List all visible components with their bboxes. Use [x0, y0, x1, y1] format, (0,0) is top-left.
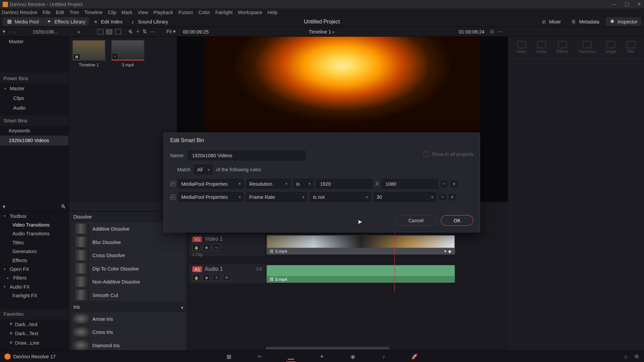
fx-item[interactable]: Diamond Iris — [72, 339, 185, 351]
inspector-tab-file[interactable]: File — [626, 41, 635, 54]
video-track-header[interactable]: V1Video 1 🔒◉▭ 1 Clip — [188, 234, 266, 257]
menu-item[interactable]: Fusion — [178, 10, 193, 15]
show-all-projects-checkbox[interactable] — [424, 152, 429, 157]
track-toggle-icon[interactable]: ◉ — [203, 244, 211, 251]
menu-item[interactable]: Workspace — [238, 10, 262, 15]
fx-item[interactable]: Arrow Iris — [72, 312, 185, 325]
rule-operator-dropdown[interactable]: is▾ — [293, 179, 314, 189]
rule-value2-input[interactable] — [381, 179, 438, 189]
master-bin[interactable]: Master — [0, 37, 68, 46]
mute-button[interactable]: M — [223, 274, 231, 281]
remove-rule-button[interactable]: − — [441, 180, 448, 187]
track-toggle-icon[interactable]: ▭ — [213, 244, 221, 251]
smartbin-name-input[interactable] — [188, 150, 306, 160]
sort-icon[interactable]: ⇅ — [143, 29, 147, 35]
tree-generators[interactable]: Generators — [0, 247, 68, 256]
lock-icon[interactable]: 🔒 — [192, 244, 200, 251]
tree-fairlightfx[interactable]: Fairlight FX — [0, 291, 68, 300]
inspector-tab-effects[interactable]: Effects — [556, 41, 569, 54]
home-icon[interactable]: ⌂ — [624, 353, 628, 359]
view-strip-icon[interactable] — [115, 29, 121, 34]
menu-item[interactable]: View — [138, 10, 148, 15]
inspector-tab-image[interactable]: Image — [605, 41, 616, 54]
tree-audio-transitions[interactable]: Audio Transitions — [0, 229, 68, 238]
match-dropdown[interactable]: All▾ — [194, 165, 213, 175]
nav-fwd-icon[interactable]: › — [14, 29, 16, 34]
timeline-name[interactable]: Timeline 1 ▾ — [309, 29, 335, 34]
editindex-toggle[interactable]: ≡Edit Index — [89, 17, 126, 26]
view-grid-icon[interactable] — [106, 29, 112, 34]
view-list-icon[interactable] — [97, 29, 103, 34]
menu-item[interactable]: Mark — [121, 10, 132, 15]
close-icon[interactable]: ✕ — [637, 1, 641, 7]
bin-dropdown-icon[interactable]: ▾ — [3, 29, 5, 35]
mediapool-toggle[interactable]: ▦Media Pool — [3, 17, 43, 26]
rule-category-dropdown[interactable]: MediaPool Properties▾ — [178, 192, 244, 202]
inspector-tab-audio[interactable]: Audio — [536, 41, 546, 54]
rule-operator-dropdown[interactable]: is not▾ — [310, 192, 371, 202]
fx-item[interactable]: Cross Iris — [72, 325, 185, 338]
rule-category-dropdown[interactable]: MediaPool Properties▾ — [178, 179, 244, 189]
inspector-tab-transition[interactable]: Transition — [578, 41, 596, 54]
favorite-item[interactable]: ★Dark...hird — [0, 319, 68, 329]
clips-bin[interactable]: Clips — [0, 93, 68, 103]
search-icon[interactable]: 🔍︎ — [128, 29, 133, 34]
fx-item[interactable]: Smooth Cut — [72, 289, 185, 301]
audio-bin[interactable]: Audio — [0, 103, 68, 113]
rule-enable-checkbox[interactable]: ✓ — [170, 194, 175, 200]
add-rule-button[interactable]: + — [449, 193, 456, 200]
inspector-tab-video[interactable]: Video — [517, 41, 527, 54]
fx-item[interactable]: Blur Dissolve — [72, 235, 185, 248]
bypass-icon[interactable]: ⊙ — [490, 29, 494, 35]
fx-item[interactable]: Dip To Color Dissolve — [72, 262, 185, 275]
menu-item[interactable]: Color — [198, 10, 210, 15]
rule-enable-checkbox[interactable]: ✓ — [170, 181, 175, 186]
track-toggle-icon[interactable]: ◉ — [203, 274, 211, 281]
audio-clip[interactable]: ⛓3.mp4 — [267, 265, 455, 283]
cancel-button[interactable]: Cancel — [395, 215, 436, 226]
maximize-icon[interactable]: ▢ — [625, 1, 629, 7]
rule-value-dropdown[interactable]: 30▾ — [374, 192, 436, 202]
toolbox-header[interactable]: ▾Toolbox — [0, 212, 68, 220]
lock-icon[interactable]: 🔒 — [192, 274, 200, 281]
page-color[interactable]: ◉ — [348, 352, 358, 360]
more-icon[interactable]: ⋯ — [150, 29, 155, 35]
panel-menu-icon[interactable]: ▾ — [3, 203, 5, 209]
add-rule-button[interactable]: + — [450, 180, 458, 187]
menu-item[interactable]: Trim — [69, 10, 79, 15]
keywords-smartbin[interactable]: Keywords — [0, 126, 68, 136]
menu-item[interactable]: Timeline — [84, 10, 102, 15]
remove-rule-button[interactable]: − — [439, 193, 446, 200]
sound-toggle[interactable]: ♪Sound Library — [126, 17, 172, 26]
search-icon[interactable]: 🔍︎ — [61, 203, 66, 209]
favorite-item[interactable]: ★Draw...Line — [0, 338, 68, 347]
menu-item[interactable]: Fairlight — [215, 10, 233, 15]
timeline-scrollbar[interactable] — [266, 347, 389, 350]
master-powerbin[interactable]: ▾Master — [0, 83, 68, 93]
tree-filters[interactable]: ▸Filters — [0, 274, 68, 282]
page-cut[interactable]: ✂ — [255, 352, 265, 360]
nav-back-icon[interactable]: ‹ — [9, 29, 10, 34]
tree-titles[interactable]: Titles — [0, 238, 68, 247]
media-thumb[interactable]: ♪ 3.mp4 — [111, 40, 144, 67]
fx-item[interactable]: Non-Additive Dissolve — [72, 275, 185, 288]
audio-track-header[interactable]: A1Audio 12.0 🔒◉SM — [188, 264, 266, 284]
tree-effects[interactable]: Effects — [0, 256, 68, 264]
rule-value-input[interactable] — [316, 179, 373, 189]
page-media[interactable]: ▦ — [224, 352, 234, 360]
minimize-icon[interactable]: — — [612, 1, 616, 7]
tree-video-transitions[interactable]: Video Transitions — [0, 221, 68, 229]
video-clip[interactable]: ⛓3.mp4✦ ◆ — [267, 235, 455, 254]
page-deliver[interactable]: 🚀 — [410, 352, 420, 360]
collapse-icon[interactable]: ▴ — [181, 305, 183, 309]
fx-item[interactable]: Cross Dissolve — [72, 249, 185, 261]
menu-item[interactable]: Playback — [153, 10, 173, 15]
menu-item[interactable]: Edit — [56, 10, 64, 15]
menu-item[interactable]: DaVinci Resolve — [2, 10, 37, 15]
effects-toggle[interactable]: ✦Effects Library — [43, 17, 89, 26]
rule-property-dropdown[interactable]: Resolution▾ — [246, 179, 290, 189]
media-thumb[interactable]: ⊞ Timeline 1 — [72, 40, 105, 67]
rule-property-dropdown[interactable]: Frame Rate▾ — [246, 192, 307, 202]
page-fairlight[interactable]: ♪ — [379, 352, 389, 360]
menu-item[interactable]: Clip — [108, 10, 116, 15]
